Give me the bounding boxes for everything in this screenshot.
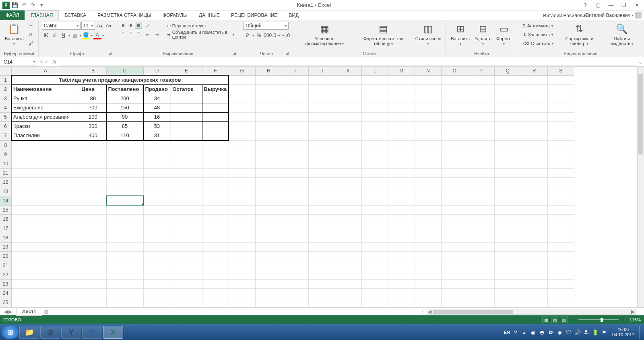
vertical-scrollbar[interactable]: [637, 67, 644, 307]
dialog-launcher-icon[interactable]: ◢: [30, 51, 35, 56]
cell[interactable]: [282, 159, 308, 168]
comma-icon[interactable]: 000: [264, 31, 272, 39]
cell[interactable]: [282, 288, 308, 298]
cell[interactable]: Ежедневник: [11, 103, 80, 113]
cell[interactable]: [441, 214, 468, 224]
cell[interactable]: [388, 75, 415, 85]
cell[interactable]: [143, 196, 171, 205]
col-header[interactable]: A: [11, 67, 80, 75]
cell[interactable]: [521, 103, 547, 113]
cell[interactable]: [494, 196, 521, 205]
taskbar-clock[interactable]: 16:06 04.10.2017: [610, 327, 637, 337]
format-painter-icon[interactable]: 🖌: [27, 39, 35, 47]
cell[interactable]: [229, 187, 255, 196]
cell[interactable]: [11, 159, 80, 168]
cell[interactable]: [441, 85, 468, 94]
cell[interactable]: [494, 233, 521, 242]
cell[interactable]: [106, 140, 143, 150]
col-header[interactable]: J: [308, 67, 335, 75]
cell[interactable]: [494, 270, 521, 279]
cell[interactable]: [547, 140, 574, 150]
cell[interactable]: [335, 251, 361, 261]
cell[interactable]: [361, 298, 388, 307]
cell[interactable]: [202, 279, 229, 288]
cell[interactable]: [415, 261, 441, 270]
cell[interactable]: [547, 94, 574, 103]
cell[interactable]: [494, 159, 521, 168]
cell[interactable]: [415, 168, 441, 177]
cell[interactable]: [282, 131, 308, 141]
cell[interactable]: [468, 224, 494, 233]
cell[interactable]: [388, 85, 415, 94]
cell[interactable]: [361, 177, 388, 187]
cell[interactable]: [441, 242, 468, 251]
cell[interactable]: [255, 196, 282, 205]
cell[interactable]: [415, 224, 441, 233]
cell[interactable]: [282, 270, 308, 279]
cell[interactable]: [521, 298, 547, 307]
cell[interactable]: [441, 288, 468, 298]
cell[interactable]: [308, 270, 335, 279]
cell[interactable]: [11, 177, 80, 187]
cell[interactable]: [80, 150, 106, 159]
cell[interactable]: [494, 94, 521, 103]
cell[interactable]: [255, 224, 282, 233]
col-header[interactable]: R: [521, 67, 547, 75]
cell[interactable]: [308, 113, 335, 122]
zoom-out-icon[interactable]: −: [572, 317, 574, 322]
cell[interactable]: [388, 187, 415, 196]
tray-flag-icon[interactable]: ⚑: [601, 329, 607, 335]
font-size-select[interactable]: 11▾: [81, 22, 95, 30]
cell[interactable]: [11, 187, 80, 196]
cell[interactable]: [521, 205, 547, 214]
cell[interactable]: [441, 205, 468, 214]
cell[interactable]: [282, 251, 308, 261]
cell[interactable]: [11, 251, 80, 261]
start-button[interactable]: ⊞: [2, 326, 19, 339]
autosum-button[interactable]: ΣАвтосумма▾: [520, 22, 556, 30]
cell[interactable]: [521, 131, 547, 141]
cell[interactable]: [282, 94, 308, 103]
cell[interactable]: [308, 205, 335, 214]
cell[interactable]: [415, 122, 441, 131]
cell[interactable]: [255, 251, 282, 261]
row-header[interactable]: 22: [0, 270, 11, 279]
cell[interactable]: Остаток: [171, 85, 202, 94]
cell[interactable]: [521, 233, 547, 242]
cell[interactable]: [335, 233, 361, 242]
cell[interactable]: [521, 224, 547, 233]
tray-app2-icon[interactable]: ◓: [539, 329, 545, 335]
minimize-icon[interactable]: —: [606, 1, 616, 9]
cell[interactable]: [202, 224, 229, 233]
cell[interactable]: [441, 233, 468, 242]
cell[interactable]: [229, 251, 255, 261]
cell[interactable]: [441, 298, 468, 307]
cell[interactable]: [441, 168, 468, 177]
tab-вид[interactable]: ВИД: [283, 10, 304, 20]
cell[interactable]: [494, 214, 521, 224]
tab-формулы[interactable]: ФОРМУЛЫ: [157, 10, 193, 20]
cell[interactable]: [143, 168, 171, 177]
cell[interactable]: [468, 242, 494, 251]
cell[interactable]: [494, 103, 521, 113]
cell[interactable]: [521, 214, 547, 224]
col-header[interactable]: G: [229, 67, 255, 75]
tab-разметка страницы[interactable]: РАЗМЕТКА СТРАНИЦЫ: [92, 10, 157, 20]
cell[interactable]: [335, 261, 361, 270]
cell[interactable]: [255, 288, 282, 298]
user-name[interactable]: Виталий Василевич: [543, 13, 588, 19]
cell[interactable]: [143, 251, 171, 261]
cell[interactable]: [308, 224, 335, 233]
cell[interactable]: [11, 270, 80, 279]
tab-данные[interactable]: ДАННЫЕ: [193, 10, 225, 20]
cell[interactable]: [229, 177, 255, 187]
cell[interactable]: [80, 242, 106, 251]
cell[interactable]: 400: [80, 131, 106, 141]
language-indicator[interactable]: EN: [504, 330, 510, 335]
cell[interactable]: [308, 85, 335, 94]
cell[interactable]: [308, 150, 335, 159]
cell[interactable]: [415, 187, 441, 196]
cell[interactable]: [255, 150, 282, 159]
cell[interactable]: [106, 177, 143, 187]
italic-button[interactable]: К: [51, 31, 59, 39]
